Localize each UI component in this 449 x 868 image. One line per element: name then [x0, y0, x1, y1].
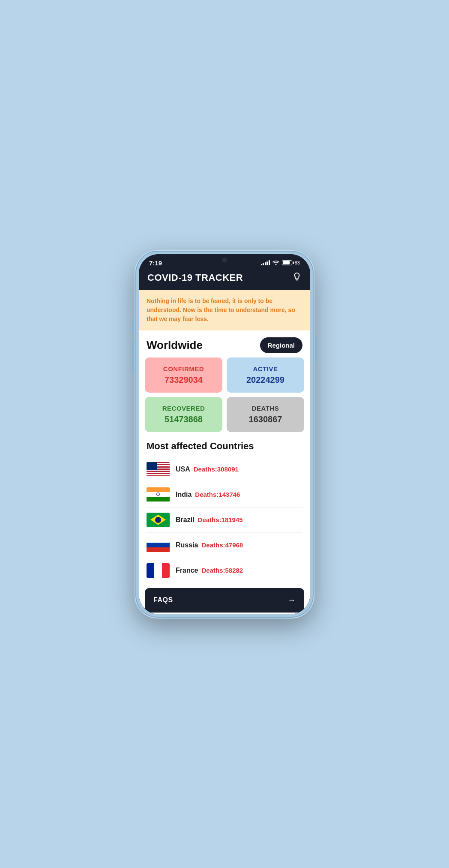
- stats-grid: CONFIRMED 73329034 ACTIVE 20224299 RECOV…: [139, 357, 310, 436]
- phone-frame: 7:19: [135, 250, 314, 619]
- faqs-label: FAQS: [153, 596, 173, 604]
- battery-level: 83: [295, 260, 300, 265]
- country-name: India: [176, 491, 192, 499]
- quote-text: Nothing in life is to be feared, it is o…: [147, 297, 302, 324]
- app-content: Nothing in life is to be feared, it is o…: [139, 290, 310, 614]
- flag-india: [147, 487, 170, 502]
- confirmed-label: CONFIRMED: [163, 365, 204, 372]
- country-deaths: Deaths:47968: [201, 541, 243, 549]
- country-info: France Deaths:58282: [176, 567, 243, 574]
- country-item: Brazil Deaths:181945: [147, 508, 302, 533]
- country-deaths: Deaths:308091: [194, 466, 239, 473]
- country-item: USA Deaths:308091: [147, 457, 302, 482]
- app-title: COVID-19 TRACKER: [147, 272, 243, 283]
- confirmed-card: CONFIRMED 73329034: [145, 357, 222, 393]
- wifi-icon: [272, 260, 279, 266]
- faqs-button[interactable]: FAQS →: [145, 588, 304, 613]
- recovered-label: RECOVERED: [162, 405, 205, 412]
- active-card: ACTIVE 20224299: [227, 357, 304, 393]
- worldwide-title: Worldwide: [147, 339, 203, 352]
- worldwide-header: Worldwide Regional: [139, 330, 310, 357]
- country-info: Russia Deaths:47968: [176, 541, 243, 549]
- faqs-arrow-icon: →: [288, 596, 296, 605]
- country-info: USA Deaths:308091: [176, 466, 239, 473]
- flag-usa: [147, 462, 170, 477]
- notch: [199, 254, 250, 266]
- battery-icon: [282, 260, 292, 265]
- countries-section: Most affected Countries: [139, 436, 310, 585]
- country-item: India Deaths:143746: [147, 482, 302, 508]
- flag-france: [147, 563, 170, 578]
- regional-button[interactable]: Regional: [260, 337, 302, 353]
- country-info: India Deaths:143746: [176, 491, 240, 499]
- camera: [222, 258, 227, 262]
- country-deaths: Deaths:58282: [201, 567, 243, 574]
- deaths-value: 1630867: [249, 414, 282, 424]
- country-name: Russia: [176, 541, 198, 549]
- country-name: France: [176, 567, 198, 574]
- active-label: ACTIVE: [253, 365, 278, 372]
- recovered-card: RECOVERED 51473868: [145, 397, 222, 432]
- country-deaths: Deaths:143746: [195, 491, 240, 498]
- phone-screen: 7:19: [139, 254, 310, 614]
- app-header: COVID-19 TRACKER: [139, 268, 310, 290]
- country-item: France Deaths:58282: [147, 558, 302, 583]
- quote-banner: Nothing in life is to be feared, it is o…: [139, 290, 310, 330]
- flag-russia: [147, 538, 170, 553]
- country-info: Brazil Deaths:181945: [176, 516, 243, 524]
- signal-icon: [261, 260, 270, 265]
- country-item: Russia Deaths:47968: [147, 533, 302, 558]
- active-value: 20224299: [246, 375, 284, 385]
- country-name: Brazil: [176, 516, 195, 524]
- countries-title: Most affected Countries: [147, 441, 302, 452]
- status-icons: 83: [261, 260, 300, 266]
- confirmed-value: 73329034: [165, 375, 203, 385]
- country-deaths: Deaths:181945: [198, 516, 243, 523]
- action-buttons: FAQS → DONATE →: [139, 585, 310, 614]
- deaths-label: DEATHS: [252, 405, 279, 412]
- status-time: 7:19: [149, 259, 162, 267]
- lightbulb-icon[interactable]: [292, 272, 302, 284]
- deaths-card: DEATHS 1630867: [227, 397, 304, 432]
- recovered-value: 51473868: [165, 414, 203, 424]
- country-name: USA: [176, 466, 190, 473]
- flag-brazil: [147, 513, 170, 527]
